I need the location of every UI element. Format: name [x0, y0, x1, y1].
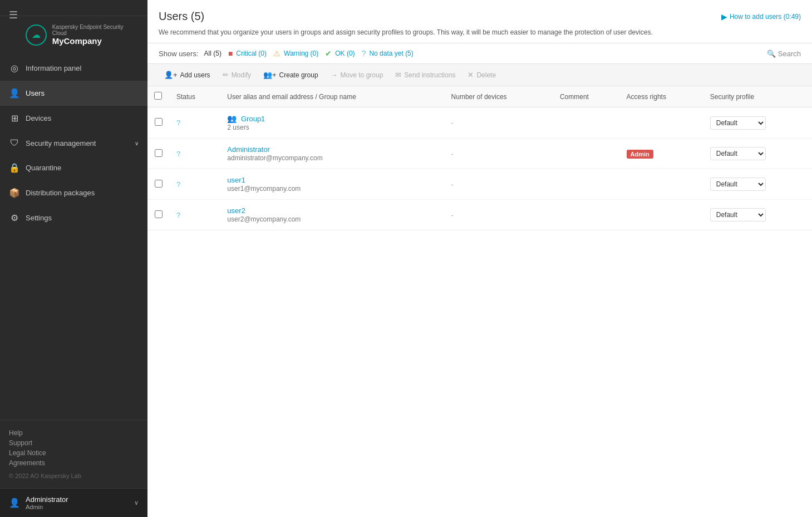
ok-icon: ✔ [325, 49, 332, 58]
sidebar-item-users[interactable]: 👤 Users [0, 81, 147, 106]
row-access-cell [620, 107, 703, 139]
move-to-group-button[interactable]: → Move to group [325, 67, 389, 82]
search-label: Search [778, 50, 801, 58]
row-checkbox[interactable] [155, 180, 163, 188]
col-devices: Number of devices [445, 86, 553, 107]
sidebar-item-information-panel[interactable]: ◎ Information panel [0, 56, 147, 81]
create-group-button[interactable]: 👥+ Create group [258, 67, 324, 82]
help-link[interactable]: Help [9, 429, 139, 437]
quarantine-icon: 🔒 [9, 163, 20, 173]
page-title: Users (5) [159, 10, 653, 23]
devices-icon: ⊞ [9, 113, 20, 124]
user-area[interactable]: 👤 Administrator Admin ∨ [0, 488, 147, 517]
main-content: Users (5) We recommend that you organize… [147, 0, 812, 517]
user-name-link[interactable]: user2 [227, 206, 245, 215]
how-to-link[interactable]: ▶ How to add users (0:49) [721, 12, 801, 21]
hamburger-icon[interactable]: ☰ [9, 9, 18, 21]
filter-ok[interactable]: OK (0) [335, 50, 355, 57]
col-user-alias: User alias and email address / Group nam… [220, 86, 444, 107]
row-status-cell: ? [170, 139, 220, 169]
chevron-down-icon: ∨ [135, 140, 139, 146]
row-checkbox[interactable] [155, 210, 163, 218]
modify-button[interactable]: ✏ Modify [217, 67, 257, 82]
modify-icon: ✏ [223, 71, 229, 79]
delete-button[interactable]: ✕ Delete [462, 67, 501, 82]
packages-icon: 📦 [9, 188, 20, 198]
agreements-link[interactable]: Agreements [9, 459, 139, 467]
sidebar-item-label: Users [26, 89, 45, 97]
modify-label: Modify [232, 71, 251, 79]
user-info: Administrator Admin [26, 495, 68, 510]
copyright-text: © 2022 AO Kaspersky Lab [9, 472, 139, 479]
sidebar-item-label: Devices [26, 114, 51, 122]
sidebar-item-label: Quarantine [26, 164, 61, 172]
settings-icon: ⚙ [9, 213, 20, 223]
header-text: Users (5) We recommend that you organize… [159, 10, 653, 37]
admin-badge: Admin [627, 150, 653, 159]
user-name-link[interactable]: Administrator [227, 145, 270, 154]
row-profile-cell: Default [703, 107, 812, 139]
sidebar-item-settings[interactable]: ⚙ Settings [0, 205, 147, 230]
mail-icon: ✉ [395, 71, 401, 79]
status-question-icon: ? [176, 119, 180, 127]
table-row: ? user2 user2@mycompany.com - Default [147, 200, 812, 230]
support-link[interactable]: Support [9, 439, 139, 447]
security-profile-select[interactable]: Default [710, 147, 766, 160]
row-devices-cell: - [445, 169, 553, 200]
send-instructions-button[interactable]: ✉ Send instructions [390, 67, 461, 82]
add-users-button[interactable]: 👤+ Add users [159, 67, 216, 82]
status-question-icon: ? [176, 211, 180, 219]
table-row: ? user1 user1@mycompany.com - Default [147, 169, 812, 200]
row-name-cell: user1 user1@mycompany.com [220, 169, 444, 200]
create-group-label: Create group [279, 71, 318, 79]
search-area[interactable]: 🔍 Search [767, 50, 801, 58]
row-checkbox-cell [147, 139, 170, 169]
legal-notice-link[interactable]: Legal Notice [9, 449, 139, 457]
sidebar-item-quarantine[interactable]: 🔒 Quarantine [0, 155, 147, 180]
filter-all[interactable]: All (5) [204, 50, 222, 57]
filter-nodata[interactable]: No data yet (5) [369, 50, 413, 57]
group-name-link[interactable]: Group1 [241, 115, 265, 123]
table-row: ? Administrator administrator@mycompany.… [147, 139, 812, 169]
sidebar-item-devices[interactable]: ⊞ Devices [0, 106, 147, 131]
sidebar-item-label: Security management [26, 139, 96, 147]
row-devices-cell: - [445, 139, 553, 169]
search-icon: 🔍 [767, 50, 776, 58]
toolbar: 👤+ Add users ✏ Modify 👥+ Create group → … [147, 64, 812, 86]
security-profile-select[interactable]: Default [710, 208, 766, 221]
row-name-cell: 👥 Group1 2 users [220, 107, 444, 139]
user-name-link[interactable]: user1 [227, 176, 245, 184]
row-name-cell: Administrator administrator@mycompany.co… [220, 139, 444, 169]
row-access-cell [620, 200, 703, 230]
page-header: Users (5) We recommend that you organize… [147, 0, 812, 43]
move-icon: → [331, 71, 338, 79]
row-access-cell [620, 169, 703, 200]
filter-warning[interactable]: Warning (0) [284, 50, 318, 57]
how-to-label: How to add users (0:49) [730, 13, 801, 21]
video-icon: ▶ [721, 12, 727, 21]
user-role: Admin [26, 504, 68, 510]
move-to-group-label: Move to group [341, 71, 383, 79]
row-checkbox[interactable] [155, 118, 163, 126]
col-profile: Security profile [703, 86, 812, 107]
select-all-checkbox[interactable] [154, 92, 162, 100]
row-checkbox-cell [147, 169, 170, 200]
security-profile-select[interactable]: Default [710, 178, 766, 191]
row-comment-cell [553, 169, 620, 200]
add-users-label: Add users [180, 71, 210, 79]
user-email: administrator@mycompany.com [227, 154, 322, 162]
row-status-cell: ? [170, 200, 220, 230]
brand-icon: ☁ [26, 24, 47, 46]
row-checkbox[interactable] [155, 149, 163, 157]
users-icon: 👤 [9, 88, 20, 99]
sidebar-item-security-management[interactable]: 🛡 Security management ∨ [0, 131, 147, 155]
filter-critical[interactable]: Critical (0) [236, 50, 267, 57]
row-profile-cell: Default [703, 169, 812, 200]
security-profile-select[interactable]: Default [710, 116, 766, 130]
row-status-cell: ? [170, 169, 220, 200]
nav-items: ◎ Information panel 👤 Users ⊞ Devices 🛡 … [0, 53, 147, 420]
col-comment: Comment [553, 86, 620, 107]
sidebar-item-distribution-packages[interactable]: 📦 Distribution packages [0, 180, 147, 205]
row-profile-cell: Default [703, 139, 812, 169]
user-name: Administrator [26, 495, 68, 504]
